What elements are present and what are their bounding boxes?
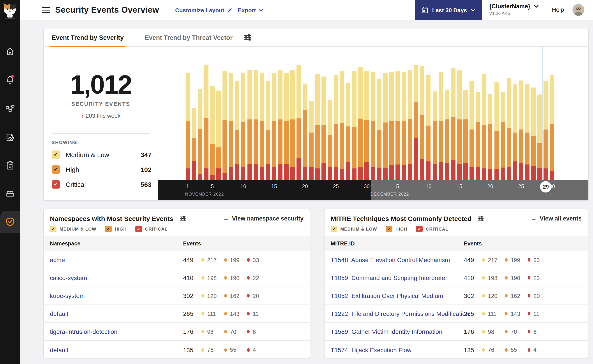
bar-day-51[interactable] bbox=[494, 82, 499, 180]
bar-day-42[interactable] bbox=[439, 72, 443, 180]
bar-day-6[interactable] bbox=[216, 91, 221, 180]
bar-day-28[interactable] bbox=[352, 71, 357, 180]
bar-day-8[interactable] bbox=[229, 73, 233, 180]
customize-layout-button[interactable]: Customize Layout bbox=[175, 7, 233, 13]
row-link[interactable]: acme bbox=[50, 256, 65, 263]
row-link[interactable]: default bbox=[50, 310, 68, 317]
view-all-events-link[interactable]: → View all events bbox=[531, 215, 582, 221]
tab-event-trend-by-threat-vector[interactable]: Event Trend by Threat Vector bbox=[144, 28, 233, 47]
row-link[interactable]: T1574: Hijack Execution Flow bbox=[331, 346, 412, 353]
sidebar-item-threat-defense[interactable] bbox=[0, 212, 20, 231]
checkbox-medium-low[interactable]: ✓ bbox=[331, 226, 337, 232]
bar-day-47[interactable] bbox=[469, 81, 474, 180]
bar-day-5[interactable] bbox=[210, 86, 215, 180]
bar-day-44[interactable] bbox=[451, 68, 455, 180]
bar-day-37[interactable] bbox=[408, 70, 412, 180]
tune-filter-icon[interactable] bbox=[180, 215, 186, 221]
bar-day-48[interactable] bbox=[476, 92, 480, 180]
bar-day-4[interactable] bbox=[204, 65, 208, 180]
bar-day-22[interactable] bbox=[315, 74, 320, 180]
sidebar-item-policies[interactable] bbox=[0, 128, 20, 147]
bar-day-60[interactable] bbox=[550, 75, 554, 180]
checkbox-high[interactable]: ✓ bbox=[105, 226, 112, 232]
bar-day-13[interactable] bbox=[260, 73, 264, 180]
bar-day-25[interactable] bbox=[334, 75, 338, 180]
row-link[interactable]: calico-system bbox=[50, 274, 87, 281]
bar-day-46[interactable] bbox=[463, 90, 468, 180]
bar-day-18[interactable] bbox=[290, 70, 295, 180]
bar-day-58[interactable] bbox=[537, 95, 542, 180]
sidebar-item-alerts[interactable] bbox=[0, 70, 20, 89]
bar-day-11[interactable] bbox=[247, 70, 252, 180]
bar-day-29[interactable] bbox=[359, 67, 363, 180]
bar-day-9[interactable] bbox=[235, 81, 239, 180]
calico-cat-logo[interactable] bbox=[2, 2, 18, 19]
bar-day-41[interactable] bbox=[433, 91, 437, 180]
export-button[interactable]: Export bbox=[238, 7, 263, 13]
bar-day-43[interactable] bbox=[445, 90, 449, 180]
sidebar-item-home[interactable] bbox=[0, 42, 20, 61]
bar-day-32[interactable] bbox=[377, 79, 381, 180]
bar-day-40[interactable] bbox=[426, 75, 431, 180]
bar-day-12[interactable] bbox=[253, 70, 258, 180]
bar-day-26[interactable] bbox=[340, 71, 344, 180]
bar-day-35[interactable] bbox=[395, 71, 400, 180]
bar-day-57[interactable] bbox=[531, 87, 536, 180]
row-link[interactable]: T1548: Abuse Elevation Control Mechanism bbox=[331, 256, 450, 263]
date-range-button[interactable]: Last 30 Days bbox=[415, 0, 482, 20]
bar-day-34[interactable] bbox=[389, 72, 394, 180]
bar-day-55[interactable] bbox=[519, 80, 523, 180]
row-link[interactable]: T1589: Gather Victim Identity Informatio… bbox=[331, 328, 442, 335]
row-link[interactable]: default bbox=[50, 346, 68, 353]
bar-day-39[interactable] bbox=[420, 66, 425, 180]
bar-day-59[interactable] bbox=[544, 81, 548, 180]
bar-day-49[interactable] bbox=[482, 74, 486, 180]
bar-day-17[interactable] bbox=[284, 73, 289, 180]
bar-day-52[interactable] bbox=[500, 92, 505, 180]
cluster-selector[interactable]: {ClusterName} V1.26 AKS bbox=[489, 3, 539, 16]
bar-day-10[interactable] bbox=[241, 73, 246, 180]
bar-day-3[interactable] bbox=[198, 89, 202, 180]
bar-day-31[interactable] bbox=[371, 72, 375, 180]
bar-day-7[interactable] bbox=[222, 71, 227, 180]
checkbox-high[interactable]: ✓ bbox=[52, 165, 60, 174]
bar-day-33[interactable] bbox=[383, 73, 387, 180]
bar-day-45[interactable] bbox=[457, 71, 462, 180]
checkbox-critical[interactable]: ✓ bbox=[136, 226, 142, 232]
bar-day-19[interactable] bbox=[297, 65, 301, 180]
sidebar-item-service-graph[interactable] bbox=[0, 99, 20, 118]
bar-day-14[interactable] bbox=[266, 81, 270, 180]
bar-day-27[interactable] bbox=[346, 83, 350, 180]
tab-event-trend-by-severity[interactable]: Event Trend by Severity bbox=[51, 28, 125, 47]
checkbox-medium-low[interactable]: ✓ bbox=[52, 150, 60, 159]
checkbox-critical[interactable]: ✓ bbox=[416, 226, 423, 232]
tune-filter-icon[interactable] bbox=[244, 34, 251, 41]
bar-day-36[interactable] bbox=[402, 72, 406, 180]
bar-day-16[interactable] bbox=[278, 70, 282, 180]
sidebar-item-compliance[interactable] bbox=[0, 156, 20, 175]
sidebar-item-workloads[interactable] bbox=[0, 184, 20, 203]
user-avatar[interactable] bbox=[573, 4, 584, 16]
bar-day-24[interactable] bbox=[328, 100, 332, 180]
menu-toggle-button[interactable] bbox=[42, 7, 50, 13]
row-link[interactable]: tigera-intrusion-detection bbox=[50, 328, 117, 335]
row-link[interactable]: T1052: Exfiltration Over Physical Medium bbox=[331, 292, 443, 299]
checkbox-high[interactable]: ✓ bbox=[386, 226, 393, 232]
bar-day-15[interactable] bbox=[272, 73, 276, 180]
bar-day-23[interactable] bbox=[321, 77, 326, 180]
row-link[interactable]: T1059: Command and Scripting Interpreter bbox=[331, 274, 447, 281]
bar-day-2[interactable] bbox=[192, 108, 196, 180]
checkbox-critical[interactable]: ✓ bbox=[52, 180, 60, 188]
help-link[interactable]: Help bbox=[552, 6, 564, 13]
bar-day-38[interactable] bbox=[414, 65, 418, 180]
bar-day-20[interactable] bbox=[303, 84, 307, 180]
bar-day-50[interactable] bbox=[488, 94, 493, 180]
bar-day-30[interactable] bbox=[365, 71, 369, 180]
view-namespace-security-link[interactable]: → View namespace security bbox=[223, 215, 304, 221]
bar-day-1[interactable] bbox=[186, 73, 190, 180]
bar-day-56[interactable] bbox=[525, 84, 529, 180]
row-link[interactable]: T1222: File and Directory Permissions Mo… bbox=[331, 310, 469, 317]
checkbox-medium-low[interactable]: ✓ bbox=[50, 226, 56, 232]
tune-filter-icon[interactable] bbox=[478, 215, 484, 221]
row-link[interactable]: kube-system bbox=[50, 292, 85, 299]
